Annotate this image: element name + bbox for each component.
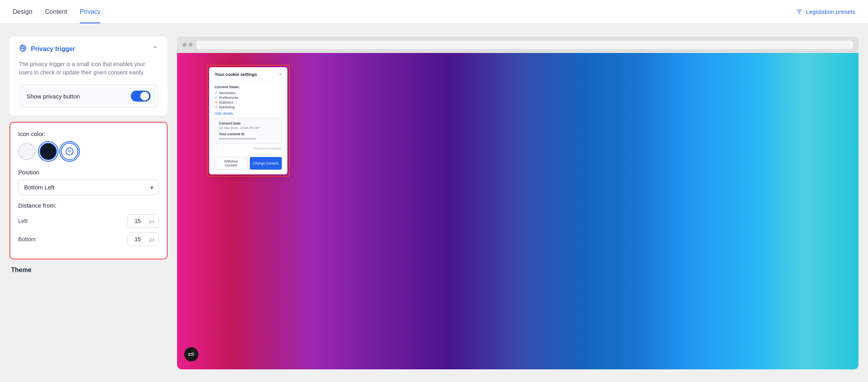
cookie-item-statistics: ✕ Statistics xyxy=(215,100,282,104)
legislation-presets-button[interactable]: Legislation presets xyxy=(796,8,855,15)
browser-dot-2 xyxy=(189,43,192,47)
preview-area: Your cookie settings × Current State: ✓ … xyxy=(177,36,859,369)
cookie-popup: Your cookie settings × Current State: ✓ … xyxy=(209,67,287,174)
distance-left-row: Left px xyxy=(18,214,159,228)
cookie-item-necessary: ✓ Necessary xyxy=(215,91,282,95)
collapse-icon[interactable]: ⌃ xyxy=(152,45,158,53)
icon-color-label: Icon color: xyxy=(18,130,159,137)
current-state-label: Current State: xyxy=(215,85,282,89)
fingerprint-icon xyxy=(19,44,27,54)
theme-label: Theme xyxy=(9,267,168,274)
check-icon: ✓ xyxy=(215,91,218,95)
left-label: Left xyxy=(18,218,27,224)
cookie-item-marketing: ✕ Marketing xyxy=(215,105,282,109)
bottom-unit: px xyxy=(147,233,159,246)
gradient-background: Your cookie settings × Current State: ✓ … xyxy=(177,53,859,369)
cookie-popup-header: Your cookie settings × xyxy=(209,67,287,81)
distance-from-label: Distance from: xyxy=(18,202,159,209)
color-custom[interactable] xyxy=(61,143,78,160)
browser-content: Your cookie settings × Current State: ✓ … xyxy=(177,53,859,369)
position-select-wrap: Bottom Left Bottom Right Top Left Top Ri… xyxy=(18,180,159,195)
left-unit: px xyxy=(147,215,159,227)
close-icon[interactable]: × xyxy=(279,71,282,77)
powered-by-cookiebot: Powered by Cookiebot xyxy=(215,147,282,150)
privacy-trigger-description: The privacy trigger is a small icon that… xyxy=(19,60,158,77)
consent-id-label: Your consent ID xyxy=(219,132,277,136)
filter-icon xyxy=(796,8,803,15)
icon-settings-box: Icon color: Position Bottom Left Bottom xyxy=(9,122,168,259)
show-privacy-toggle[interactable] xyxy=(131,91,151,102)
privacy-trigger-card: Privacy trigger ⌃ The privacy trigger is… xyxy=(9,36,168,115)
browser-url-bar xyxy=(196,40,853,49)
tab-design[interactable]: Design xyxy=(13,0,32,23)
tab-privacy[interactable]: Privacy xyxy=(80,0,100,23)
consent-date-label: Consent Date xyxy=(219,121,277,125)
top-nav: Design Content Privacy Legislation prese… xyxy=(0,0,868,24)
distance-bottom-row: Bottom px xyxy=(18,233,159,246)
privacy-trigger-title: Privacy trigger xyxy=(31,45,75,53)
change-consent-button[interactable]: Change Consent xyxy=(250,157,282,170)
cookiebot-trigger-icon[interactable]: c© xyxy=(184,347,198,361)
sidebar: Privacy trigger ⌃ The privacy trigger is… xyxy=(9,36,168,369)
cookie-popup-title: Your cookie settings xyxy=(215,72,257,77)
bottom-input-wrap: px xyxy=(127,233,159,246)
card-header-left: Privacy trigger xyxy=(19,44,75,54)
position-label: Position xyxy=(18,169,159,176)
browser-dot-1 xyxy=(183,43,187,47)
consent-details-box: Consent Date 18. Mar 2021 - 22:44:25 CET… xyxy=(215,118,282,144)
cross-icon: ✕ xyxy=(215,105,218,109)
tab-content[interactable]: Content xyxy=(45,0,67,23)
left-input[interactable] xyxy=(128,215,147,227)
cookiebot-icon-label: c© xyxy=(188,352,194,357)
cookie-popup-wrapper: Your cookie settings × Current State: ✓ … xyxy=(207,65,290,177)
consent-id-value: xxxxxxxxxxxxxxxxxxxxx xyxy=(219,137,277,140)
bottom-input[interactable] xyxy=(128,233,147,246)
browser-dots xyxy=(183,43,192,47)
bottom-label: Bottom xyxy=(18,236,36,242)
custom-color-icon xyxy=(65,147,74,156)
show-privacy-button-row: Show privacy button xyxy=(19,85,158,108)
cookie-popup-body: Current State: ✓ Necessary ✓ Preferences xyxy=(209,81,287,157)
color-black[interactable] xyxy=(40,143,57,160)
consent-date-value: 18. Mar 2021 - 22:44:25 CET xyxy=(219,126,277,130)
position-select[interactable]: Bottom Left Bottom Right Top Left Top Ri… xyxy=(18,180,159,195)
card-header: Privacy trigger ⌃ xyxy=(19,44,158,54)
cookie-item-preferences: ✓ Preferences xyxy=(215,96,282,100)
color-white[interactable] xyxy=(18,143,36,160)
cookie-actions: Withdraw Consent Change Consent xyxy=(209,157,287,174)
left-input-wrap: px xyxy=(127,214,159,228)
nav-tabs: Design Content Privacy xyxy=(13,0,100,23)
show-privacy-button-label: Show privacy button xyxy=(26,93,80,100)
icon-color-options xyxy=(18,143,159,160)
hide-details-link[interactable]: Hide details xyxy=(215,112,282,115)
withdraw-consent-button[interactable]: Withdraw Consent xyxy=(215,157,247,170)
browser-toolbar xyxy=(177,36,859,53)
browser-mockup: Your cookie settings × Current State: ✓ … xyxy=(177,36,859,369)
main-layout: Privacy trigger ⌃ The privacy trigger is… xyxy=(0,24,868,382)
check-icon: ✓ xyxy=(215,96,218,100)
cross-icon: ✕ xyxy=(215,100,218,104)
